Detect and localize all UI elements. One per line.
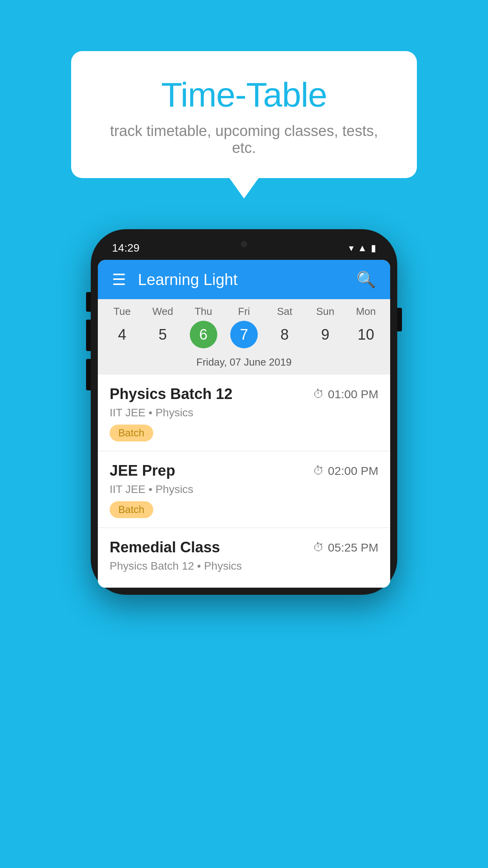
battery-icon: ▮ bbox=[371, 243, 376, 254]
status-icons: ▾ ▲ ▮ bbox=[349, 243, 376, 254]
time-text: 02:00 PM bbox=[328, 464, 378, 478]
status-time: 14:29 bbox=[112, 242, 139, 254]
app-title: Learning Light bbox=[138, 271, 356, 289]
phone-mockup: 14:29 ▾ ▲ ▮ ☰ Learning Light 🔍 Tue bbox=[91, 229, 397, 595]
clock-icon: ⏱ bbox=[313, 541, 324, 554]
day-col-sun[interactable]: Sun9 bbox=[308, 305, 343, 348]
clock-icon: ⏱ bbox=[313, 388, 324, 401]
schedule-title: JEE Prep bbox=[110, 462, 175, 479]
calendar-strip: Tue4Wed5Thu6Fri7Sat8Sun9Mon10 Friday, 07… bbox=[98, 299, 390, 375]
day-col-tue[interactable]: Tue4 bbox=[105, 305, 140, 348]
camera bbox=[241, 241, 247, 247]
selected-date-label: Friday, 07 June 2019 bbox=[98, 351, 390, 375]
day-col-thu[interactable]: Thu6 bbox=[186, 305, 221, 348]
day-col-sat[interactable]: Sat8 bbox=[267, 305, 302, 348]
power-button bbox=[397, 308, 402, 331]
wifi-icon: ▾ bbox=[349, 243, 354, 254]
batch-badge: Batch bbox=[110, 501, 153, 518]
day-number[interactable]: 8 bbox=[271, 321, 298, 348]
day-col-mon[interactable]: Mon10 bbox=[348, 305, 383, 348]
day-col-fri[interactable]: Fri7 bbox=[226, 305, 262, 348]
time-text: 01:00 PM bbox=[328, 388, 378, 401]
schedule-item[interactable]: JEE Prep⏱02:00 PMIIT JEE • PhysicsBatch bbox=[98, 451, 390, 528]
clock-icon: ⏱ bbox=[313, 464, 324, 477]
time-text: 05:25 PM bbox=[328, 541, 378, 554]
day-name: Mon bbox=[356, 305, 376, 318]
day-name: Sat bbox=[277, 305, 292, 318]
schedule-item-header: Remedial Class⏱05:25 PM bbox=[110, 539, 378, 556]
schedule-time: ⏱02:00 PM bbox=[313, 464, 378, 478]
day-name: Tue bbox=[114, 305, 131, 318]
day-col-wed[interactable]: Wed5 bbox=[145, 305, 180, 348]
speech-bubble: Time-Table track timetable, upcoming cla… bbox=[71, 51, 417, 178]
schedule-list: Physics Batch 12⏱01:00 PMIIT JEE • Physi… bbox=[98, 375, 390, 588]
day-number[interactable]: 10 bbox=[352, 321, 380, 348]
phone-screen: ☰ Learning Light 🔍 Tue4Wed5Thu6Fri7Sat8S… bbox=[98, 260, 390, 588]
day-number[interactable]: 5 bbox=[149, 321, 176, 348]
day-name: Fri bbox=[238, 305, 250, 318]
search-icon[interactable]: 🔍 bbox=[356, 270, 376, 289]
days-row: Tue4Wed5Thu6Fri7Sat8Sun9Mon10 bbox=[98, 305, 390, 348]
day-number[interactable]: 7 bbox=[230, 321, 258, 348]
signal-icon: ▲ bbox=[358, 243, 367, 254]
status-bar: 14:29 ▾ ▲ ▮ bbox=[98, 236, 390, 260]
schedule-time: ⏱05:25 PM bbox=[313, 541, 378, 554]
schedule-title: Remedial Class bbox=[110, 539, 220, 556]
batch-badge: Batch bbox=[110, 425, 153, 441]
day-name: Wed bbox=[152, 305, 173, 318]
phone-notch bbox=[220, 236, 268, 252]
menu-icon[interactable]: ☰ bbox=[112, 270, 126, 289]
schedule-subtitle: IIT JEE • Physics bbox=[110, 406, 378, 419]
day-number[interactable]: 6 bbox=[190, 321, 217, 348]
schedule-subtitle: Physics Batch 12 • Physics bbox=[110, 560, 378, 572]
volume-up-button bbox=[86, 292, 91, 312]
schedule-item[interactable]: Remedial Class⏱05:25 PMPhysics Batch 12 … bbox=[98, 528, 390, 588]
phone-frame: 14:29 ▾ ▲ ▮ ☰ Learning Light 🔍 Tue bbox=[91, 229, 397, 595]
silent-button bbox=[86, 359, 91, 390]
day-number[interactable]: 9 bbox=[312, 321, 339, 348]
bubble-subtitle: track timetable, upcoming classes, tests… bbox=[103, 123, 385, 156]
app-bar: ☰ Learning Light 🔍 bbox=[98, 260, 390, 299]
schedule-subtitle: IIT JEE • Physics bbox=[110, 483, 378, 496]
schedule-time: ⏱01:00 PM bbox=[313, 388, 378, 401]
bubble-title: Time-Table bbox=[103, 75, 385, 115]
day-number[interactable]: 4 bbox=[108, 321, 136, 348]
schedule-title: Physics Batch 12 bbox=[110, 386, 233, 403]
schedule-item-header: JEE Prep⏱02:00 PM bbox=[110, 462, 378, 479]
schedule-item-header: Physics Batch 12⏱01:00 PM bbox=[110, 386, 378, 403]
volume-down-button bbox=[86, 320, 91, 351]
schedule-item[interactable]: Physics Batch 12⏱01:00 PMIIT JEE • Physi… bbox=[98, 375, 390, 451]
day-name: Thu bbox=[194, 305, 212, 318]
day-name: Sun bbox=[316, 305, 334, 318]
